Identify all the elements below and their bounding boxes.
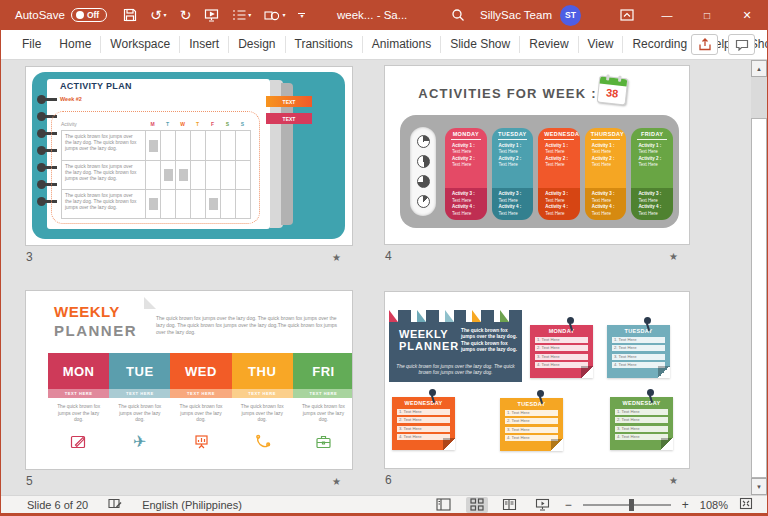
save-icon[interactable] [123,8,137,22]
normal-view-button[interactable] [433,497,455,513]
start-slideshow-icon[interactable] [204,8,219,22]
slide-sorter-view-button[interactable] [466,497,488,513]
autosave-label: AutoSave [15,9,65,21]
slide-cell-6: WEEKLY PLANNER The quick brown fox jumps… [384,291,690,487]
slide3-title: ACTIVITY PLAN [60,81,132,91]
maximize-button[interactable]: □ [687,0,727,30]
slide3-subtitle: Week #2 [60,96,82,102]
slide-number: 4 [385,249,392,263]
document-title: week... - Sa... [337,0,407,30]
weekday-columns: MON TEXT HERE The quick brown fox jumps … [48,353,353,452]
binder-ring-icon [37,112,46,121]
animation-star-icon[interactable]: ★ [669,475,678,486]
sticky-note: TUESDAY 1. Text Here 2. Text Here 3. Tex… [500,398,563,451]
search-icon[interactable] [436,8,480,22]
ribbon-tab[interactable]: Recording [622,36,696,53]
clock-pill [410,127,436,216]
column-friday: FRI TEXT HERE The quick brown fox jumps … [293,353,353,452]
day-letter: S [220,121,235,127]
clock-icon [417,135,430,148]
table-row: The quick brown fox jumps over the lazy … [62,160,250,189]
toggle-knob-icon [76,11,84,19]
avatar[interactable]: ST [560,5,581,26]
scroll-down-button[interactable]: ▼ [751,478,767,495]
slide-thumbnail-3[interactable]: ACTIVITY PLAN Week #2 TEXTTEXT Activity … [25,66,353,246]
close-button[interactable]: ✕ [727,0,767,30]
slideshow-view-button[interactable] [532,497,554,513]
redo-icon[interactable]: ↻ [180,8,192,22]
ribbon-tab[interactable]: View [578,36,623,53]
slide-sorter-area: ACTIVITY PLAN Week #2 TEXTTEXT Activity … [1,60,767,495]
scrollbar-thumb[interactable] [751,118,767,478]
fold-corner [144,297,156,309]
ribbon-tab[interactable]: File [13,36,50,53]
day-letter: T [190,121,205,127]
zoom-slider[interactable] [583,504,671,506]
column-tuesday: TUE TEXT HERE The quick brown fox jumps … [109,353,170,452]
share-button[interactable] [691,34,718,55]
day-letter: W [175,121,190,127]
day-column: FRIDAY Activity 1 : Text Here Activity 2… [631,128,673,220]
clock-icon [417,195,430,208]
fold-corner [661,438,673,450]
undo-icon[interactable]: ↺▾ [150,8,167,22]
ribbon-tab[interactable]: Workspace [100,36,179,53]
slide5-intro: The quick brown fox jumps over the lazy … [156,315,340,336]
zoom-slider-handle[interactable] [629,499,634,511]
numbered-list-icon[interactable]: ▾ [232,9,251,21]
vertical-scrollbar[interactable]: ▲ ▼ [751,60,767,495]
animation-star-icon[interactable]: ★ [669,251,678,262]
ribbon-tab[interactable]: Home [50,36,100,53]
day-letter: S [235,121,250,127]
fold-corner [581,366,593,378]
animation-star-icon[interactable]: ★ [332,252,341,263]
reading-view-button[interactable] [499,497,521,513]
column-thursday: THU TEXT HERE The quick brown fox jumps … [232,353,293,452]
ribbon-tab[interactable]: Design [228,36,284,53]
table-row: The quick brown fox jumps over the lazy … [62,131,250,160]
fold-corner [551,439,563,451]
ribbon-tab[interactable]: Slide Show [440,36,519,53]
minimize-button[interactable]: — [647,0,687,30]
zoom-out-button[interactable]: − [565,498,572,512]
ribbon-tab[interactable]: Review [519,36,577,53]
slide-thumbnail-6[interactable]: WEEKLY PLANNER The quick brown fox jumps… [384,291,690,469]
zoom-level[interactable]: 108% [700,499,728,511]
binder-ring-icon [37,197,46,206]
slide-thumbnail-4[interactable]: ACTIVITIES FOR WEEK : 38 [384,65,690,245]
proofing-icon[interactable] [108,497,122,512]
ribbon-tabs: FileHomeWorkspaceInsertDesignTransitions… [1,30,768,59]
scroll-up-button[interactable]: ▲ [751,60,767,77]
day-column: THURSDAY Activity 1 : Text Here Activity… [585,128,627,220]
customize-qat-icon[interactable]: ▾ [298,13,305,18]
slide-indicator[interactable]: Slide 6 of 20 [27,499,88,511]
slide5-title-accent: WEEKLY [54,303,120,320]
ribbon-tab[interactable]: Insert [179,36,228,53]
slide5-title-rest: PLANNER [54,322,137,339]
animation-star-icon[interactable]: ★ [332,476,341,487]
account-name[interactable]: SillySac Team [480,9,560,21]
autosave-switch-icon[interactable]: Off [71,8,107,22]
sticky-note: WEDNESDAY 1. Text Here 2. Text Here 3. T… [610,397,673,450]
side-tab: TEXT [266,96,312,107]
column-wednesday: WED TEXT HERE The quick brown fox jumps … [170,353,231,452]
ribbon-display-options-icon[interactable] [607,9,647,21]
week-board: MONDAY Activity 1 : Text Here Activity 2… [400,115,679,228]
language-indicator[interactable]: English (Philippines) [142,499,242,511]
shapes-icon[interactable]: ▾ [264,9,285,22]
pin-icon [567,317,574,324]
pin-icon [647,389,654,396]
activity-table: Activity MTWTFSS The quick brown fox jum… [61,118,251,219]
day-letter: F [205,121,220,127]
comments-button[interactable] [728,34,755,55]
slide-cell-3: ACTIVITY PLAN Week #2 TEXTTEXT Activity … [25,66,353,264]
column-monday: MON TEXT HERE The quick brown fox jumps … [48,353,109,452]
ribbon-tab[interactable]: Transitions [285,36,362,53]
ribbon-tab[interactable]: Animations [362,36,440,53]
fit-to-window-icon[interactable] [739,497,753,512]
autosave-toggle[interactable]: AutoSave Off [15,8,107,22]
pin-icon [644,317,651,324]
slide-thumbnail-5[interactable]: WEEKLY PLANNER The quick brown fox jumps… [25,290,353,470]
zoom-in-button[interactable]: + [682,498,689,512]
day-column: WEDNESDAY Activity 1 : Text Here Activit… [538,128,580,220]
